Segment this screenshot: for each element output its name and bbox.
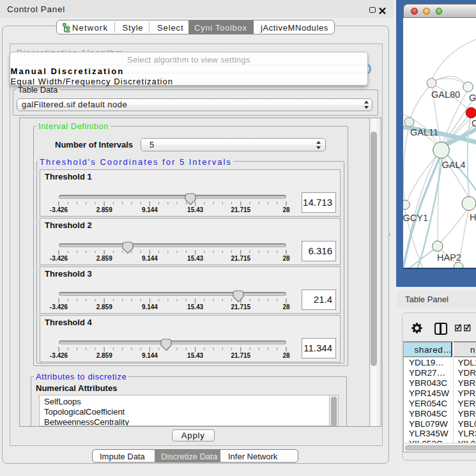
- svg-text:-3.426: -3.426: [50, 255, 68, 262]
- svg-text:28: 28: [282, 303, 290, 311]
- svg-text:9.144: 9.144: [142, 352, 158, 359]
- svg-text:2.859: 2.859: [96, 206, 112, 213]
- svg-text:-3.426: -3.426: [50, 352, 68, 359]
- svg-text:H: H: [470, 211, 476, 222]
- svg-text:28: 28: [282, 255, 290, 262]
- svg-text:15.43: 15.43: [187, 255, 203, 262]
- svg-text:-3.426: -3.426: [50, 303, 68, 311]
- svg-text:15.43: 15.43: [187, 303, 203, 311]
- svg-text:GAL4: GAL4: [442, 159, 466, 169]
- svg-text:9.144: 9.144: [142, 206, 158, 213]
- svg-text:GAL11: GAL11: [410, 127, 438, 137]
- svg-text:C: C: [472, 118, 476, 128]
- svg-text:21.715: 21.715: [231, 303, 251, 311]
- svg-text:2.859: 2.859: [96, 255, 112, 262]
- svg-text:GAL80: GAL80: [431, 89, 460, 99]
- svg-text:21.715: 21.715: [231, 206, 251, 213]
- svg-text:2.859: 2.859: [96, 352, 112, 359]
- svg-text:9.144: 9.144: [142, 303, 158, 311]
- svg-text:15.43: 15.43: [187, 206, 203, 213]
- svg-text:28: 28: [282, 352, 290, 359]
- svg-text:-3.426: -3.426: [50, 206, 68, 213]
- svg-text:15.43: 15.43: [187, 352, 203, 359]
- svg-text:2.859: 2.859: [96, 303, 112, 311]
- svg-text:21.715: 21.715: [231, 255, 251, 262]
- svg-text:HAP2: HAP2: [437, 252, 461, 262]
- svg-text:21.715: 21.715: [231, 352, 251, 359]
- svg-text:9.144: 9.144: [142, 255, 158, 262]
- svg-text:GA: GA: [469, 92, 476, 102]
- svg-text:GCY1: GCY1: [403, 212, 428, 222]
- svg-text:28: 28: [282, 206, 290, 213]
